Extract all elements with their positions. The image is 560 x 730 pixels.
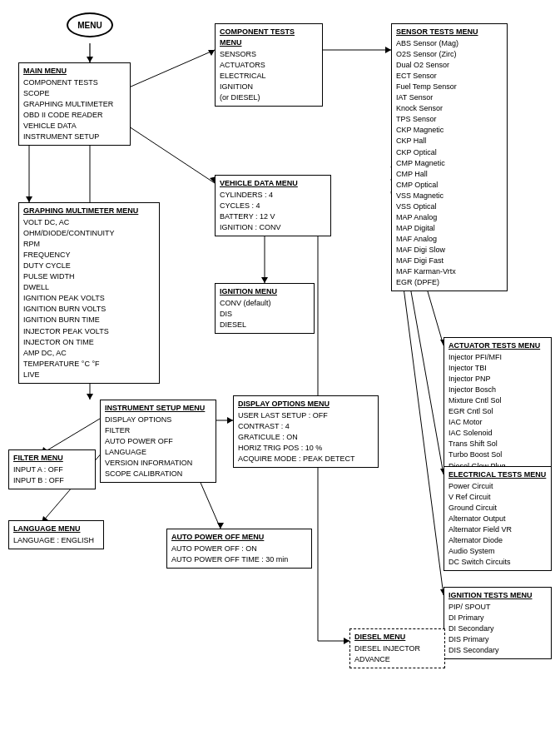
vd-item-1: CYCLES : 4 — [220, 201, 326, 211]
svg-marker-11 — [261, 277, 268, 283]
gm-item-8: IGNITION BURN VOLTS — [23, 304, 155, 315]
main-menu-box: MAIN MENU COMPONENT TESTS SCOPE GRAPHING… — [18, 62, 131, 146]
vehicle-data-menu-box: VEHICLE DATA MENU CYLINDERS : 4 CYCLES :… — [215, 175, 331, 236]
it-item-2: DI Secondary — [448, 623, 547, 634]
at-item-1: Injector TBI — [448, 363, 547, 374]
is-item-0: DISPLAY OPTIONS — [105, 415, 211, 425]
sensor-tests-menu-box: SENSOR TESTS MENU ABS Sensor (Mag) O2S S… — [391, 23, 508, 291]
component-tests-menu-box: COMPONENT TESTS MENU SENSORS ACTUATORS E… — [215, 23, 323, 107]
is-item-1: FILTER — [105, 425, 211, 436]
lm-item-0: LANGUAGE : ENGLISH — [13, 535, 99, 546]
it-item-4: DIS Secondary — [448, 645, 547, 656]
at-item-2: Injector PNP — [448, 374, 547, 385]
ig-title: IGNITION MENU — [220, 286, 310, 297]
gm-title: GRAPHING MULTIMETER MENU — [23, 206, 155, 216]
main-menu-item-5: INSTRUMENT SETUP — [23, 132, 126, 142]
ct-item-4: (or DIESEL) — [220, 92, 318, 103]
et-item-6: Audio System — [448, 546, 547, 557]
svg-marker-21 — [217, 523, 224, 529]
ct-item-3: IGNITION — [220, 82, 318, 92]
ignition-menu-box: IGNITION MENU CONV (default) DIS DIESEL — [215, 283, 315, 334]
st-item-5: IAT Sensor — [396, 92, 503, 103]
actuator-tests-menu-box: ACTUATOR TESTS MENU Injector PFI/MFI Inj… — [444, 337, 552, 475]
svg-line-2 — [129, 50, 215, 87]
st-item-10: CKP Optical — [396, 147, 503, 158]
it-title: IGNITION TESTS MENU — [448, 590, 547, 601]
st-item-13: CMP Optical — [396, 180, 503, 191]
st-item-7: TPS Sensor — [396, 114, 503, 125]
gm-item-2: RPM — [23, 239, 155, 250]
gm-item-7: IGNITION PEAK VOLTS — [23, 293, 155, 304]
gm-item-13: TEMPERATURE °C °F — [23, 359, 155, 370]
sensor-tests-title: SENSOR TESTS MENU — [396, 27, 503, 37]
svg-marker-13 — [87, 394, 93, 400]
et-item-2: Ground Circuit — [448, 503, 547, 514]
fm-title: FILTER MENU — [13, 453, 91, 464]
et-item-0: Power Circuit — [448, 481, 547, 492]
svg-marker-3 — [208, 50, 215, 56]
vd-item-3: IGNITION : CONV — [220, 222, 326, 233]
at-item-6: IAC Motor — [448, 417, 547, 428]
svg-marker-1 — [87, 57, 93, 62]
st-item-19: MAF Digi Slow — [396, 245, 503, 256]
diesel-menu-box: DIESEL MENU DIESEL INJECTOR ADVANCE — [349, 628, 445, 668]
vd-item-0: CYLINDERS : 4 — [220, 190, 326, 201]
gm-item-3: FREQUENCY — [23, 250, 155, 261]
svg-marker-7 — [26, 196, 32, 202]
gm-item-9: IGNITION BURN TIME — [23, 315, 155, 325]
gm-item-11: INJECTOR ON TIME — [23, 337, 155, 348]
et-title: ELECTRICAL TESTS MENU — [448, 469, 547, 480]
st-item-12: CMP Hall — [396, 169, 503, 180]
at-item-3: Injector Bosch — [448, 385, 547, 395]
at-item-7: IAC Solenoid — [448, 428, 547, 439]
st-item-14: VSS Magnetic — [396, 191, 503, 201]
at-item-4: Mixture Cntl Sol — [448, 395, 547, 406]
st-item-22: EGR (DPFE) — [396, 277, 503, 288]
gm-item-4: DUTY CYCLE — [23, 261, 155, 271]
it-item-3: DIS Primary — [448, 634, 547, 645]
et-item-4: Alternator Field VR — [448, 524, 547, 535]
main-menu-item-3: OBD II CODE READER — [23, 110, 126, 121]
at-item-8: Trans Shift Sol — [448, 439, 547, 449]
graphing-multimeter-menu-box: GRAPHING MULTIMETER MENU VOLT DC, AC OHM… — [18, 202, 160, 384]
do-item-1: CONTRAST : 4 — [238, 421, 374, 432]
dm-item-0: DIESEL INJECTOR — [354, 643, 440, 654]
st-item-20: MAF Digi Fast — [396, 256, 503, 266]
main-menu-item-2: GRAPHING MULTIMETER — [23, 99, 126, 110]
st-item-0: ABS Sensor (Mag) — [396, 38, 503, 49]
do-title: DISPLAY OPTIONS MENU — [238, 399, 374, 410]
dm-item-1: ADVANCE — [354, 654, 440, 665]
et-item-5: Alternator Diode — [448, 535, 547, 546]
apo-item-0: AUTO POWER OFF : ON — [171, 544, 307, 554]
st-item-18: MAF Analog — [396, 234, 503, 245]
at-title: ACTUATOR TESTS MENU — [448, 340, 547, 351]
ct-item-2: ELECTRICAL — [220, 71, 318, 82]
st-item-17: MAP Digital — [396, 223, 503, 234]
et-item-1: V Ref Circuit — [448, 492, 547, 503]
gm-item-6: DWELL — [23, 282, 155, 293]
apo-title: AUTO POWER OFF MENU — [171, 532, 307, 543]
auto-power-off-menu-box: AUTO POWER OFF MENU AUTO POWER OFF : ON … — [166, 529, 312, 569]
apo-item-1: AUTO POWER OFF TIME : 30 min — [171, 554, 307, 565]
is-title: INSTRUMENT SETUP MENU — [105, 403, 211, 414]
st-item-6: Knock Sensor — [396, 103, 503, 114]
it-item-1: DI Primary — [448, 613, 547, 623]
st-item-9: CKP Hall — [396, 136, 503, 146]
language-menu-box: LANGUAGE MENU LANGUAGE : ENGLISH — [8, 520, 104, 549]
at-item-5: EGR Cntl Sol — [448, 406, 547, 417]
is-item-2: AUTO POWER OFF — [105, 436, 211, 447]
ct-item-0: SENSORS — [220, 49, 318, 60]
svg-line-8 — [129, 127, 215, 183]
svg-marker-5 — [385, 47, 391, 53]
st-item-15: VSS Optical — [396, 201, 503, 212]
st-item-2: Dual O2 Sensor — [396, 60, 503, 71]
is-item-5: SCOPE CALIBRATION — [105, 469, 211, 479]
fm-item-1: INPUT B : OFF — [13, 475, 91, 486]
et-item-7: DC Switch Circuits — [448, 557, 547, 568]
at-item-0: Injector PFI/MFI — [448, 352, 547, 363]
menu-oval: MENU — [67, 12, 113, 37]
it-item-0: PIP/ SPOUT — [448, 602, 547, 613]
vd-item-2: BATTERY : 12 V — [220, 211, 326, 222]
ig-item-2: DIESEL — [220, 320, 310, 330]
instrument-setup-menu-box: INSTRUMENT SETUP MENU DISPLAY OPTIONS FI… — [100, 400, 216, 483]
